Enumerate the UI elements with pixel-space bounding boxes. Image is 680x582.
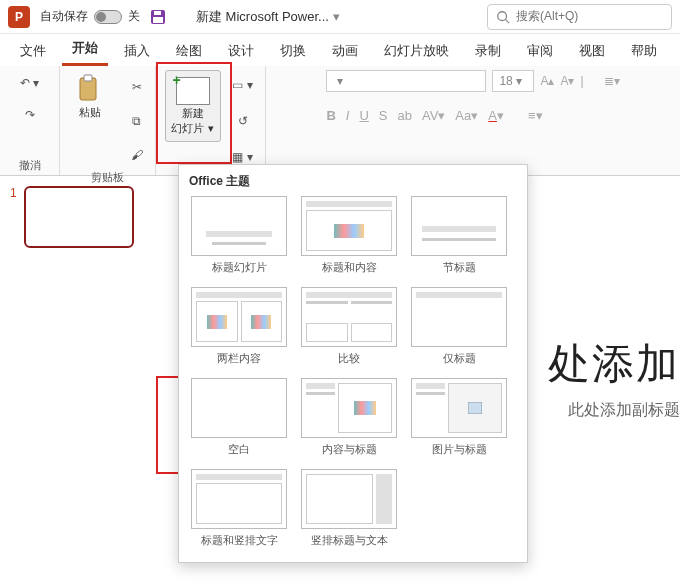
- align-button[interactable]: ≡▾: [528, 108, 543, 123]
- svg-rect-7: [468, 402, 482, 414]
- increase-font-icon[interactable]: A▴: [540, 74, 554, 88]
- save-icon[interactable]: [150, 9, 166, 25]
- layout-button[interactable]: ▭ ▾: [229, 72, 257, 98]
- ribbon-tabs: 文件 开始 插入 绘图 设计 切换 动画 幻灯片放映 录制 审阅 视图 帮助: [0, 34, 680, 66]
- svg-rect-2: [153, 17, 163, 23]
- italic-button[interactable]: I: [346, 108, 350, 123]
- highlight-button[interactable]: Aa▾: [455, 108, 478, 123]
- layout-two-content[interactable]: 两栏内容: [189, 287, 289, 366]
- decrease-font-icon[interactable]: A▾: [560, 74, 574, 88]
- layout-picture-caption[interactable]: 图片与标题: [409, 378, 509, 457]
- autosave-toggle[interactable]: 自动保存 关: [40, 8, 140, 25]
- layout-gallery: Office 主题 标题幻灯片 标题和内容 节标题 两栏内容 比较 仅标题: [178, 164, 528, 563]
- reset-button[interactable]: ↺: [229, 108, 257, 134]
- strike-button[interactable]: S: [379, 108, 388, 123]
- undo-button[interactable]: ↶ ▾: [16, 70, 44, 96]
- group-clipboard-label: 剪贴板: [91, 170, 124, 185]
- layout-title-slide[interactable]: 标题幻灯片: [189, 196, 289, 275]
- shadow-button[interactable]: ab: [398, 108, 412, 123]
- svg-line-4: [506, 19, 510, 23]
- gallery-header: Office 主题: [189, 173, 517, 190]
- tab-help[interactable]: 帮助: [621, 36, 667, 66]
- tab-transitions[interactable]: 切换: [270, 36, 316, 66]
- tab-draw[interactable]: 绘图: [166, 36, 212, 66]
- search-icon: [496, 10, 510, 24]
- paste-button[interactable]: 粘贴: [65, 70, 115, 123]
- picture-icon: [468, 402, 482, 414]
- font-size-select[interactable]: 18 ▾: [492, 70, 534, 92]
- tab-record[interactable]: 录制: [465, 36, 511, 66]
- tab-home[interactable]: 开始: [62, 33, 108, 66]
- layout-section-header[interactable]: 节标题: [409, 196, 509, 275]
- underline-button[interactable]: U: [359, 108, 368, 123]
- ribbon: ↶ ▾ ↷ 撤消 粘贴 ✂ ⧉ 🖌 剪贴板 新建 幻灯片 ▾: [0, 66, 680, 176]
- spacing-button[interactable]: AV▾: [422, 108, 445, 123]
- slide-number: 1: [10, 186, 17, 200]
- layout-title-only[interactable]: 仅标题: [409, 287, 509, 366]
- font-family-select[interactable]: ▾: [326, 70, 486, 92]
- tab-animations[interactable]: 动画: [322, 36, 368, 66]
- change-case-icon[interactable]: |: [580, 74, 583, 88]
- slide-subtitle-placeholder[interactable]: 此处添加副标题: [568, 400, 680, 421]
- autosave-label: 自动保存: [40, 8, 88, 25]
- layout-blank[interactable]: 空白: [189, 378, 289, 457]
- cut-button[interactable]: ✂: [123, 74, 151, 100]
- svg-rect-6: [84, 75, 92, 81]
- format-painter-button[interactable]: 🖌: [123, 142, 151, 168]
- svg-rect-1: [154, 11, 161, 15]
- toggle-switch[interactable]: [94, 10, 122, 24]
- tab-insert[interactable]: 插入: [114, 36, 160, 66]
- search-input[interactable]: 搜索(Alt+Q): [487, 4, 672, 30]
- font-color-button[interactable]: A▾: [488, 108, 504, 123]
- paste-icon: [74, 74, 106, 104]
- tab-file[interactable]: 文件: [10, 36, 56, 66]
- layout-vertical-title-text[interactable]: 竖排标题与文本: [299, 469, 399, 548]
- new-slide-icon: [176, 77, 210, 105]
- layout-comparison[interactable]: 比较: [299, 287, 399, 366]
- bullets-icon[interactable]: ≣▾: [604, 74, 620, 88]
- tab-review[interactable]: 审阅: [517, 36, 563, 66]
- layout-title-vertical-text[interactable]: 标题和竖排文字: [189, 469, 289, 548]
- bold-button[interactable]: B: [326, 108, 335, 123]
- tab-design[interactable]: 设计: [218, 36, 264, 66]
- group-undo-label: 撤消: [19, 158, 41, 173]
- tab-view[interactable]: 视图: [569, 36, 615, 66]
- slide-thumbnail-panel: 1: [0, 176, 160, 582]
- slide-title-placeholder[interactable]: 处添加: [548, 336, 680, 392]
- document-title[interactable]: 新建 Microsoft Power... ▾: [196, 8, 340, 26]
- layout-content-caption[interactable]: 内容与标题: [299, 378, 399, 457]
- tab-slideshow[interactable]: 幻灯片放映: [374, 36, 459, 66]
- new-slide-button[interactable]: 新建 幻灯片 ▾: [165, 70, 221, 142]
- copy-button[interactable]: ⧉: [123, 108, 151, 134]
- app-icon: P: [8, 6, 30, 28]
- redo-button[interactable]: ↷: [16, 102, 44, 128]
- autosave-off-text: 关: [128, 8, 140, 25]
- layout-title-content[interactable]: 标题和内容: [299, 196, 399, 275]
- svg-point-3: [498, 11, 507, 20]
- slide-thumbnail-1[interactable]: [24, 186, 134, 248]
